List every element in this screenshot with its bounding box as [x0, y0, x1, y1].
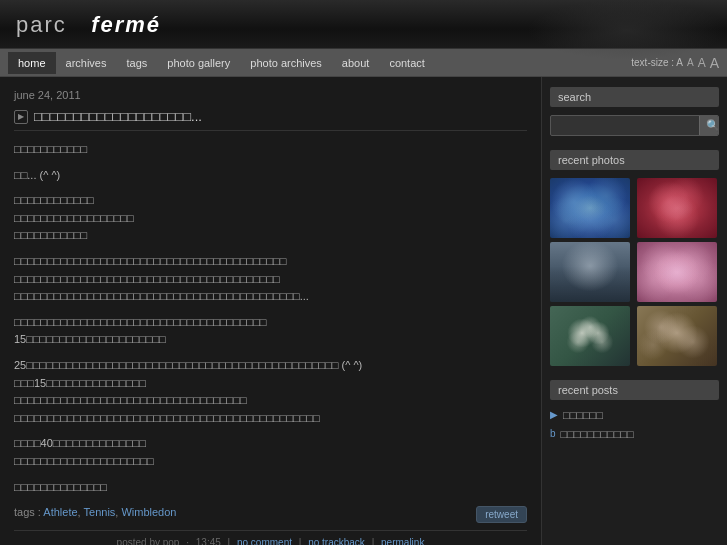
nav-photo-gallery[interactable]: photo gallery	[157, 52, 240, 74]
site-title: parc fermé	[16, 12, 711, 38]
navigation: home archives tags photo gallery photo a…	[0, 49, 727, 77]
recent-post-1-icon: ▶	[550, 409, 558, 420]
tag-wimbledon[interactable]: Wimbledon	[121, 506, 176, 518]
tags-line: retweet tags : Athlete, Tennis, Wimbledo…	[14, 506, 527, 518]
post-para-7: □□□□40□□□□□□□□□□□□□□□□□□□□□□□□□□□□□□□□□□…	[14, 435, 527, 470]
main-content: june 24, 2011 □□□□□□□□□□□□□□□□□□□□... □□…	[0, 77, 542, 545]
recent-photos-title: recent photos	[550, 150, 719, 170]
photos-grid	[550, 178, 719, 366]
post-footer: posted by pop · 13:45 | no comment | no …	[14, 530, 527, 545]
text-size-controls: text-size : A A A A	[631, 55, 719, 71]
tag-athlete[interactable]: Athlete	[43, 506, 77, 518]
photo-thumb-6[interactable]	[637, 306, 717, 366]
nav-contact[interactable]: contact	[379, 52, 434, 74]
tags-label: tags :	[14, 506, 41, 518]
post-time: 13:45	[196, 537, 221, 545]
title-ferme: fermé	[91, 12, 161, 37]
nav-photo-archives[interactable]: photo archives	[240, 52, 332, 74]
posted-by: posted by pop	[117, 537, 180, 545]
nav-tags[interactable]: tags	[117, 52, 158, 74]
recent-posts-title: recent posts	[550, 380, 719, 400]
tag-tennis[interactable]: Tennis	[84, 506, 116, 518]
post-para-6: 25□□□□□□□□□□□□□□□□□□□□□□□□□□□□□□□□□□□□□□…	[14, 357, 527, 427]
title-parc: parc	[16, 12, 67, 37]
text-size-large[interactable]: A	[710, 55, 719, 71]
post-title: □□□□□□□□□□□□□□□□□□□□...	[14, 109, 527, 131]
play-icon	[14, 110, 28, 124]
recent-post-2-text[interactable]: □□□□□□□□□□□	[561, 427, 634, 441]
photo-thumb-4[interactable]	[637, 242, 717, 302]
nav-archives[interactable]: archives	[56, 52, 117, 74]
sidebar: search 🔍 recent photos recent posts ▶	[542, 77, 727, 545]
post-date: june 24, 2011	[14, 89, 527, 101]
nav-about[interactable]: about	[332, 52, 380, 74]
search-section-title: search	[550, 87, 719, 107]
search-input[interactable]	[551, 117, 699, 135]
no-trackback-link[interactable]: no trackback	[308, 537, 365, 545]
no-comment-link[interactable]: no comment	[237, 537, 292, 545]
text-size-medium[interactable]: A	[698, 56, 706, 70]
recent-post-2-icon: b	[550, 428, 556, 439]
text-size-small[interactable]: A	[687, 57, 694, 68]
text-size-label: text-size : A	[631, 57, 683, 68]
post-para-4: □□□□□□□□□□□□□□□□□□□□□□□□□□□□□□□□□□□□□□□□…	[14, 253, 527, 306]
photo-thumb-2[interactable]	[637, 178, 717, 238]
post-para-5: □□□□□□□□□□□□□□□□□□□□□□□□□□□□□□□□□□□□□□15…	[14, 314, 527, 349]
post-para-2: □□... (^ ^)	[14, 167, 527, 185]
content-wrapper: june 24, 2011 □□□□□□□□□□□□□□□□□□□□... □□…	[0, 77, 727, 545]
recent-post-2: b □□□□□□□□□□□	[550, 427, 719, 441]
photo-thumb-1[interactable]	[550, 178, 630, 238]
recent-post-1: ▶ □□□□□□	[550, 408, 719, 422]
photo-thumb-3[interactable]	[550, 242, 630, 302]
post-para-1: □□□□□□□□□□□	[14, 141, 527, 159]
nav-home[interactable]: home	[8, 52, 56, 74]
post-body: □□□□□□□□□□□ □□... (^ ^) □□□□□□□□□□□□□□□□…	[14, 141, 527, 496]
post-para-3: □□□□□□□□□□□□□□□□□□□□□□□□□□□□□□□□□□□□□□□□…	[14, 192, 527, 245]
search-box: 🔍	[550, 115, 719, 136]
post-para-8: □□□□□□□□□□□□□□	[14, 479, 527, 497]
permalink[interactable]: permalink	[381, 537, 424, 545]
search-button[interactable]: 🔍	[699, 116, 719, 135]
recent-posts-section: recent posts ▶ □□□□□□ b □□□□□□□□□□□	[550, 380, 719, 442]
recent-photos-section: recent photos	[550, 150, 719, 366]
photo-thumb-5[interactable]	[550, 306, 630, 366]
retweet-btn[interactable]: retweet	[476, 506, 527, 523]
post-title-text[interactable]: □□□□□□□□□□□□□□□□□□□□...	[34, 109, 202, 124]
site-header: parc fermé	[0, 0, 727, 49]
recent-post-1-text[interactable]: □□□□□□	[563, 408, 603, 422]
search-section: search 🔍	[550, 87, 719, 136]
